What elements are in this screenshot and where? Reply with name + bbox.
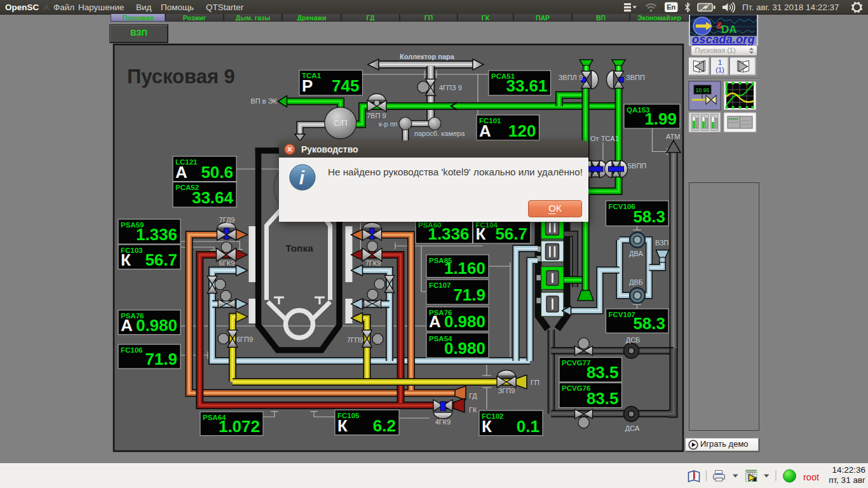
svg-text:ЗГП9: ЗГП9: [498, 387, 515, 395]
svg-text:En: En: [667, 3, 675, 11]
svg-text:ВП в ЭК: ВП в ЭК: [250, 97, 277, 105]
svg-text:4ГК9: 4ГК9: [435, 418, 451, 426]
svg-text:0.980: 0.980: [444, 339, 485, 358]
svg-text:50.6: 50.6: [201, 163, 233, 182]
svg-text:ВЗП: ВЗП: [655, 239, 669, 247]
svg-text:ДСА: ДСА: [625, 424, 640, 432]
svg-text:6ГП9: 6ГП9: [236, 336, 253, 343]
svg-text:Коллектор пара: Коллектор пара: [400, 53, 455, 60]
svg-text:56.7: 56.7: [145, 250, 177, 269]
svg-text:A: A: [121, 316, 133, 335]
svg-text:83.5: 83.5: [587, 389, 619, 408]
svg-text:1.336: 1.336: [136, 225, 177, 244]
svg-text:7ГК9: 7ГК9: [365, 259, 381, 267]
svg-text:К: К: [121, 250, 131, 269]
svg-text:к-р пп: к-р пп: [379, 120, 398, 128]
svg-text:1.072: 1.072: [219, 417, 260, 436]
svg-text:ДВБ: ДВБ: [629, 278, 643, 286]
svg-text:6.2: 6.2: [373, 416, 396, 435]
svg-text:83.5: 83.5: [587, 363, 619, 382]
svg-text:58.3: 58.3: [633, 207, 665, 226]
svg-text:ЗВПЛ 9: ЗВПЛ 9: [559, 74, 583, 81]
svg-text:К: К: [482, 417, 492, 436]
svg-text:0.1: 0.1: [517, 417, 539, 436]
svg-text:A: A: [175, 163, 187, 182]
svg-text:10.95: 10.95: [696, 87, 710, 93]
svg-text:7ВП 9: 7ВП 9: [367, 112, 386, 119]
svg-text:FC106: FC106: [121, 346, 143, 354]
svg-text:33.64: 33.64: [192, 188, 234, 207]
svg-text:От TCA1: От TCA1: [590, 135, 619, 142]
svg-text:7ГД9: 7ГД9: [219, 216, 235, 224]
svg-text:P: P: [302, 76, 313, 95]
svg-text:паросб. камера: паросб. камера: [414, 130, 465, 137]
svg-text:5ВПП: 5ВПП: [628, 162, 646, 170]
svg-text:6ГК9: 6ГК9: [219, 259, 235, 267]
svg-text:1.160: 1.160: [444, 259, 485, 278]
svg-text:7ГП9: 7ГП9: [347, 336, 363, 344]
svg-text:oscada.org: oscada.org: [692, 32, 755, 46]
svg-text:АТМ: АТМ: [666, 133, 680, 140]
svg-text:1.99: 1.99: [644, 109, 677, 128]
svg-text:A: A: [479, 121, 491, 140]
svg-text:ЗВПП: ЗВПП: [626, 74, 645, 81]
svg-text:ГД: ГД: [469, 392, 477, 400]
svg-text:FCV106: FCV106: [609, 203, 635, 210]
svg-text:1: 1: [718, 58, 722, 66]
svg-text:0.980: 0.980: [444, 312, 485, 331]
svg-text:FCV107: FCV107: [609, 311, 635, 318]
svg-text:58.3: 58.3: [633, 314, 665, 333]
svg-text:К: К: [476, 224, 486, 243]
svg-text:К: К: [337, 416, 348, 435]
svg-text:A: A: [429, 312, 441, 331]
svg-text:ГК: ГК: [469, 406, 477, 414]
svg-text:33.61: 33.61: [506, 76, 547, 95]
svg-text:4ГПЗ 9: 4ГПЗ 9: [439, 84, 462, 92]
svg-text:ДВА: ДВА: [629, 250, 643, 257]
svg-text:FC107: FC107: [429, 281, 451, 289]
svg-text:71.9: 71.9: [145, 349, 177, 369]
svg-text:745: 745: [332, 76, 359, 95]
svg-text:1.336: 1.336: [428, 224, 469, 243]
svg-text:ДСБ: ДСБ: [626, 336, 641, 344]
svg-text:Топка: Топка: [285, 243, 313, 254]
svg-text:71.9: 71.9: [453, 285, 485, 304]
svg-text:56.7: 56.7: [495, 224, 527, 243]
svg-text:Пусковая 9: Пусковая 9: [127, 65, 235, 88]
svg-text:С/П: С/П: [334, 119, 347, 128]
svg-text:0.980: 0.980: [136, 316, 177, 335]
svg-text:120: 120: [508, 121, 536, 140]
svg-text:(1): (1): [715, 66, 724, 74]
svg-text:i: i: [299, 167, 305, 188]
svg-text:ГП: ГП: [531, 379, 539, 386]
